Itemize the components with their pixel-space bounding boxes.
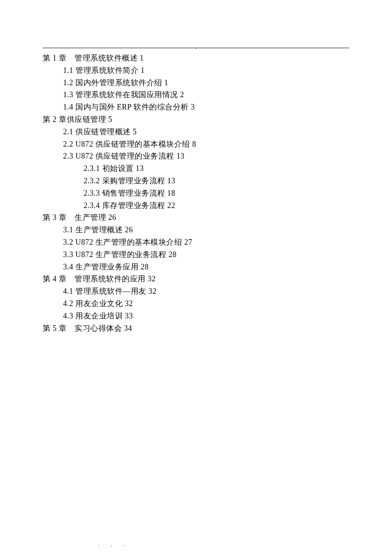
toc-entry: 第 3 章 生产管理 26: [43, 211, 349, 224]
toc-entry: 2.3.1 初始设置 13: [84, 162, 349, 175]
toc-entry: 3.1 生产管理概述 26: [63, 224, 349, 236]
footer-dots: . . .: [98, 541, 130, 548]
toc-entry: 3.2 U872 生产管理的基本模块介绍 27: [63, 236, 349, 249]
toc-entry: 2.1 供应链管理概述 5: [63, 126, 349, 138]
document-page: . 第 1 章 管理系统软件概述 1 1.1 管理系统软件简介 1 1.2 国内…: [0, 0, 392, 360]
toc-entry: 2.3.2 采购管理业务流程 13: [84, 175, 349, 187]
toc-entry: 1.3 管理系统软件在我国应用情况 2: [63, 89, 349, 101]
toc-entry: 2.2 U872 供应链管理的基本模块介绍 8: [63, 138, 349, 150]
toc-entry: 第 5 章 实习心得体会 34: [43, 322, 349, 335]
table-of-contents: 第 1 章 管理系统软件概述 1 1.1 管理系统软件简介 1 1.2 国内外管…: [43, 52, 349, 334]
toc-entry: 1.1 管理系统软件简介 1: [63, 64, 349, 77]
toc-entry: 1.2 国内外管理系统软件介绍 1: [63, 77, 349, 89]
toc-entry: 4.2 用友企业文化 32: [63, 298, 349, 310]
toc-entry: 4.3 用友企业培训 33: [63, 310, 349, 322]
toc-entry: 1.4 国内与国外 ERP 软件的综合分析 3: [63, 101, 349, 113]
toc-entry: 2.3.4 库存管理业务流程 22: [84, 199, 349, 212]
header-rule: [43, 48, 349, 48]
toc-entry: 第 2 章供应链管理 5: [43, 113, 349, 126]
toc-entry: 2.3 U872 供应链管理的业务流程 13: [63, 150, 349, 162]
toc-entry: 3.3 U872 生产管理的业务流程 28: [63, 249, 349, 261]
toc-entry: 4.1 管理系统软件—用友 32: [63, 285, 349, 298]
toc-entry: 第 1 章 管理系统软件概述 1: [43, 52, 349, 64]
toc-entry: 3.4 生产管理业务应用 28: [63, 261, 349, 273]
toc-entry: 第 4 章 管理系统软件的应用 32: [43, 273, 349, 285]
toc-entry: 2.3.3 销售管理业务流程 18: [84, 187, 349, 199]
